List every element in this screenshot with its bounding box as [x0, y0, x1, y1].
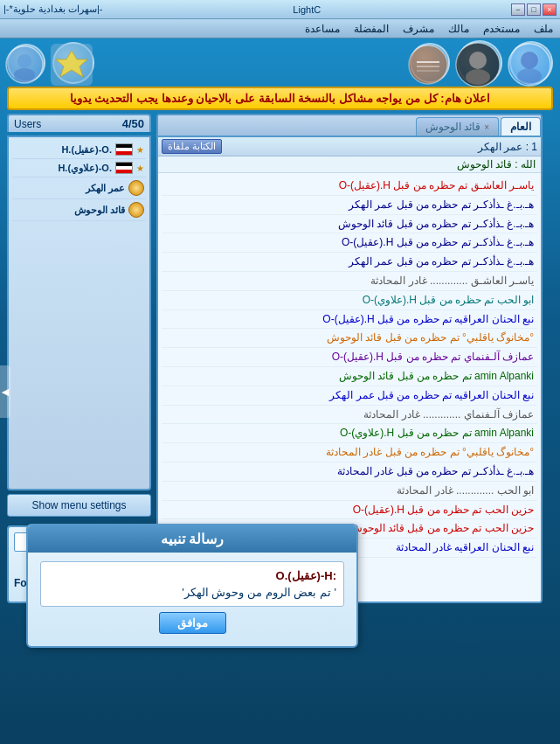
users-header: 4/50 Users: [7, 114, 151, 132]
list-item: ياسـر العاشـق تم حظره من قبل H.(عقيل)-O: [162, 177, 537, 196]
list-item: هـ.بـ.غ ـذأذكـر تم حظره من قبل عمر الهكر: [162, 253, 537, 272]
window-title-center: LightC: [293, 4, 321, 15]
flag-icon-iraq: [115, 162, 133, 174]
svg-point-6: [409, 45, 447, 84]
left-scroll-arrow[interactable]: ◄: [0, 365, 10, 418]
list-item[interactable]: ★ H.(علاوي)-O.: [12, 159, 146, 177]
avatar-icon-2: [457, 40, 502, 86]
announcement-banner: اعلان هام: كل من يواجه مشاكل بالنسخة الس…: [7, 87, 553, 110]
list-item[interactable]: ★ H.(عقيل)-O.: [12, 141, 146, 159]
list-item: amin Alpanki تم حظره من قبل قائد الوحوش: [162, 367, 537, 386]
list-item[interactable]: قائد الوحوش: [12, 199, 146, 221]
maximize-button[interactable]: □: [527, 3, 541, 16]
alert-dialog: رسالة تنبيه :H-(عقيل).O ' تم بعض الروم م…: [26, 524, 358, 648]
alert-ok-button[interactable]: موافق: [159, 612, 226, 634]
tab-general-label: العام: [510, 121, 531, 133]
show-menu-settings-button[interactable]: Show menu settings: [7, 494, 151, 517]
first-message-label: 1 : عمر الهكر: [225, 141, 537, 153]
tab-general[interactable]: العام: [501, 117, 541, 136]
user-avatar-icon: [128, 180, 144, 196]
chat-tabs: العام × قائد الوحوش: [158, 115, 541, 137]
list-item: ابو الحب ............. غادر المحادثة: [162, 482, 537, 501]
alert-sender: :H-(عقيل).O: [48, 569, 336, 582]
user-name: قائد الوحوش: [74, 205, 125, 216]
minimize-button[interactable]: −: [511, 3, 525, 16]
avatar-icon-1: [509, 41, 553, 85]
list-item: هـ.بـ.غ ـذأذكـر تم حظره من قبل غادر المح…: [162, 462, 537, 482]
list-item: نبع الحنان العراقيه تم حظره من قبل عمر ا…: [162, 386, 537, 406]
list-item: °مخانوگ ياقلبي° تم حظره من قبل قائد الوح…: [162, 329, 537, 348]
svg-point-4: [469, 52, 487, 69]
window-controls: − □ ×: [511, 3, 557, 16]
list-item: حزين الحب تم حظره من قبل H.(عقيل)-O: [162, 501, 537, 520]
users-label: Users: [14, 118, 41, 130]
user-name: H.(عقيل)-O.: [61, 144, 112, 156]
svg-point-1: [521, 52, 538, 69]
svg-point-5: [466, 69, 490, 85]
users-count: 4/50: [122, 117, 144, 130]
users-list: ★ H.(عقيل)-O. ★ H.(علاوي)-O. عمر الهكر: [7, 136, 151, 490]
list-item: عمازف آلـفنماي تم حظره من قبل H.(عقيل)-O: [162, 348, 537, 367]
svg-point-2: [517, 68, 542, 84]
menu-item-fav[interactable]: المفضلة: [354, 23, 389, 35]
list-item: ياسـر العاشـق ............. غادر المحادث…: [162, 272, 537, 291]
list-item: هـ.بـ.غ ـذأذكـر تم حظره من قبل عمر الهكر: [162, 196, 537, 215]
chat-subheader: 1 : عمر الهكر الكتابة ملفاة: [158, 137, 541, 156]
list-item: ابو الحب تم حظره من قبل H.(علاوي)-O: [162, 291, 537, 310]
tab-beast-leader-label: قائد الوحوش: [425, 121, 480, 133]
alert-content: :H-(عقيل).O ' تم بعض الروم من وحوش الهكر…: [40, 561, 344, 607]
avatar-icon-5: [7, 44, 45, 82]
list-item[interactable]: عمر الهكر: [12, 177, 146, 199]
alert-message: ' تم بعض الروم من وحوش الهكر': [48, 586, 336, 599]
list-item: هـ.بـ.غ ـذأذكـر تم حظره من قبل H.(عقيل)-…: [162, 233, 537, 253]
alert-body: :H-(عقيل).O ' تم بعض الروم من وحوش الهكر…: [28, 553, 356, 646]
svg-point-13: [17, 54, 31, 68]
menu-item-help[interactable]: مساعدة: [305, 23, 340, 35]
window-title-right: -|سهرات بغدادية حلوية*-|: [3, 3, 102, 15]
alert-buttons: موافق: [40, 607, 344, 637]
svg-point-14: [14, 68, 35, 82]
tab-close-icon[interactable]: ×: [484, 122, 489, 132]
menu-item-file[interactable]: ملف: [534, 23, 553, 35]
menu-item-mod[interactable]: مشرف: [403, 23, 434, 35]
list-item: عمازف آلـفنماي ............. غادر المحاد…: [162, 406, 537, 425]
allah-message: الله : قائد الوحوش: [158, 156, 541, 173]
menu-bar: ملف مستخدم مالك مشرف المفضلة مساعدة: [0, 19, 560, 38]
user-name: H.(علاوي)-O.: [58, 163, 112, 174]
avatar-strip: [0, 38, 560, 87]
list-item: °مخانوگ ياقلبي° تم حظره من قبل غادر المح…: [162, 443, 537, 462]
close-button[interactable]: ×: [543, 3, 557, 16]
flag-icon-iraq: [115, 143, 133, 156]
avatar-icon-4: [52, 42, 94, 84]
write-mode-button[interactable]: الكتابة ملفاة: [162, 139, 222, 154]
title-bar: − □ × LightC -|سهرات بغدادية حلوية*-|: [0, 0, 560, 19]
alert-title: رسالة تنبيه: [28, 525, 356, 553]
menu-item-owner[interactable]: مالك: [448, 23, 469, 35]
avatar-icon-3: [410, 43, 450, 83]
list-item: هـ.بـ.غ ـذأذكـر تم حظره من قبل قائد الوح…: [162, 215, 537, 234]
user-name: عمر الهكر: [86, 183, 125, 194]
menu-item-user[interactable]: مستخدم: [483, 23, 520, 35]
tab-beast-leader[interactable]: × قائد الوحوش: [416, 117, 499, 136]
list-item: amin Alpanki تم حظره من قبل H.(علاوي)-O: [162, 424, 537, 443]
list-item: نبع الحنان العراقيه تم حظره من قبل H.(عق…: [162, 310, 537, 330]
user-avatar-icon: [128, 202, 144, 218]
